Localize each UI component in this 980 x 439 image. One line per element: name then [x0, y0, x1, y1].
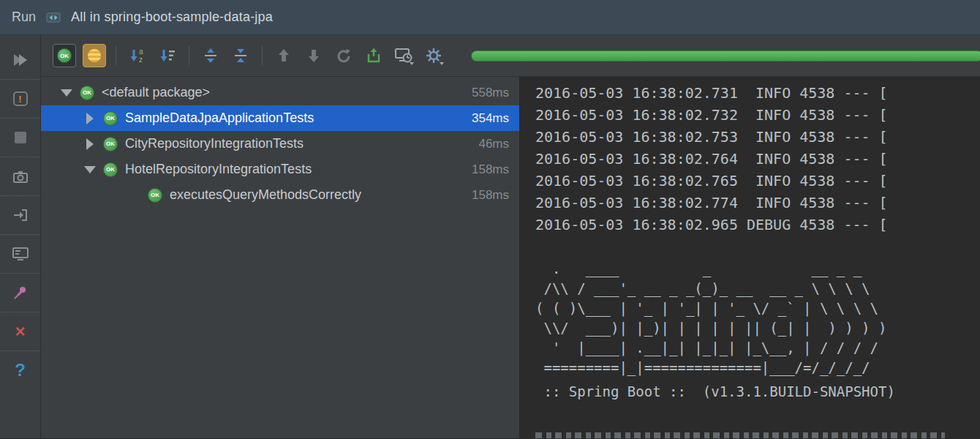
rerun-icon[interactable]	[0, 44, 40, 76]
log-line: 2016-05-03 16:38:02.753 INFO 4538 --- [	[535, 126, 980, 148]
log-line: 2016-05-03 16:38:02.774 INFO 4538 --- [	[535, 192, 980, 214]
chevron-right-icon	[86, 138, 94, 150]
alert-icon[interactable]: !	[0, 83, 40, 115]
export-test-results-button[interactable]	[362, 44, 385, 67]
run-left-toolbar: !	[0, 35, 41, 438]
rail-divider	[0, 79, 40, 80]
collapse-all-icon	[232, 47, 249, 64]
test-name: CityRepositoryIntegrationTests	[125, 136, 304, 151]
rail-divider	[0, 157, 40, 157]
up-arrow-icon	[276, 48, 292, 64]
chevron-down-icon	[84, 166, 96, 173]
ignored-icon	[87, 48, 102, 63]
camera-icon[interactable]	[0, 160, 40, 192]
rail-divider	[0, 118, 40, 119]
log-line: 2016-05-03 16:38:02.765 INFO 4538 --- [	[535, 170, 980, 192]
svg-text:a: a	[139, 48, 143, 56]
run-toolwindow-header: Run All in spring-boot-sample-data-jpa	[0, 0, 980, 35]
toolbar-divider	[262, 46, 263, 65]
rail-divider	[0, 273, 40, 274]
ok-icon: OK	[57, 48, 72, 63]
next-failed-test-button[interactable]	[302, 44, 325, 67]
test-duration: 158ms	[472, 188, 509, 203]
test-passed-icon: OK	[148, 188, 162, 203]
console-icon[interactable]	[0, 238, 40, 270]
pin-icon[interactable]	[0, 277, 40, 309]
expand-toggle[interactable]	[83, 166, 97, 173]
test-progress-bar	[471, 50, 980, 61]
sort-alphabetically-button[interactable]: a z	[126, 44, 149, 67]
collapse-all-button[interactable]	[229, 44, 252, 67]
test-tree-row-executesquerymethods[interactable]: OK executesQueryMethodsCorrectly 158ms	[41, 182, 519, 208]
log-line: 2016-05-03 16:38:02.764 INFO 4538 --- [	[535, 148, 980, 170]
test-tree-row-hotelrepository[interactable]: OK HotelRepositoryIntegrationTests 158ms	[41, 157, 519, 182]
test-passed-icon: OK	[80, 86, 94, 100]
spring-ascii-banner: . ____ _ __ _ _ /\\ / ___'_ __ _ _(_)_ _…	[535, 259, 980, 378]
rail-divider	[0, 234, 40, 235]
test-runner-toolbar: OK a z	[41, 35, 980, 77]
chevron-down-icon	[61, 89, 72, 97]
test-duration: 46ms	[478, 137, 509, 151]
test-name: SampleDataJpaApplicationTests	[125, 110, 314, 126]
expand-toggle[interactable]	[83, 113, 97, 124]
test-tree-row-default-package[interactable]: OK <default package> 558ms	[41, 80, 519, 105]
sort-by-duration-button[interactable]	[156, 44, 179, 67]
close-icon[interactable]: ×	[0, 315, 40, 348]
toolbar-divider	[116, 46, 116, 65]
chevron-right-icon	[86, 113, 94, 124]
test-duration: 558ms	[472, 86, 509, 100]
test-name: <default package>	[102, 85, 210, 100]
rail-divider	[0, 195, 40, 196]
export-icon	[365, 47, 382, 64]
test-passed-icon: OK	[103, 137, 118, 151]
sort-duration-icon	[159, 47, 176, 64]
test-tree: OK <default package> 558ms OK SampleData…	[41, 77, 519, 438]
test-passed-icon: OK	[103, 162, 118, 177]
expand-toggle[interactable]	[83, 138, 97, 150]
run-configuration-title: All in spring-boot-sample-data-jpa	[71, 10, 273, 25]
expand-toggle[interactable]	[60, 89, 73, 97]
help-icon[interactable]: ?	[0, 354, 40, 386]
test-name: HotelRepositoryIntegrationTests	[125, 162, 312, 177]
show-ignored-button[interactable]	[83, 44, 106, 67]
rerun-failed-tests-button[interactable]	[332, 44, 355, 67]
rerun-failed-icon	[335, 47, 353, 64]
run-console-icon	[46, 12, 61, 23]
log-line: 2016-05-03 16:38:02.731 INFO 4538 --- [	[535, 82, 980, 104]
console-output[interactable]: 2016-05-03 16:38:02.731 INFO 4538 --- [ …	[519, 77, 980, 438]
down-arrow-icon	[306, 48, 322, 64]
log-line: 2016-05-03 16:38:02.965 DEBUG 4538 --- [	[535, 214, 980, 236]
previous-failed-test-button[interactable]	[272, 44, 295, 67]
exit-icon[interactable]	[0, 199, 40, 231]
test-passed-icon: OK	[103, 111, 118, 126]
run-tab[interactable]: Run	[12, 10, 36, 25]
svg-text:z: z	[139, 56, 143, 64]
stop-icon[interactable]	[0, 121, 40, 154]
rail-divider	[0, 312, 40, 312]
expand-all-button[interactable]	[199, 44, 222, 67]
spring-boot-version: :: Spring Boot :: (v1.3.1.BUILD-SNAPSHOT…	[535, 382, 980, 402]
log-line: 2016-05-03 16:38:02.732 INFO 4538 --- [	[535, 104, 980, 126]
toolbar-divider	[189, 46, 189, 65]
dropdown-caret-icon	[410, 62, 414, 65]
double-play-icon	[14, 54, 27, 66]
sort-alpha-icon: a z	[129, 47, 146, 64]
dropdown-caret-icon	[440, 62, 444, 65]
rail-divider	[0, 350, 40, 351]
test-tree-row-cityrepository[interactable]: OK CityRepositoryIntegrationTests 46ms	[41, 131, 519, 157]
test-duration: 158ms	[472, 162, 509, 177]
expand-all-icon	[202, 47, 219, 64]
clipped-log-line	[535, 432, 945, 438]
test-history-button[interactable]	[392, 44, 415, 67]
test-tree-row-sampledatajpa[interactable]: OK SampleDataJpaApplicationTests 354ms	[41, 105, 519, 131]
settings-button[interactable]	[422, 44, 445, 67]
test-name: executesQueryMethodsCorrectly	[170, 187, 361, 203]
show-passed-button[interactable]: OK	[53, 44, 76, 67]
test-duration: 354ms	[472, 111, 509, 126]
